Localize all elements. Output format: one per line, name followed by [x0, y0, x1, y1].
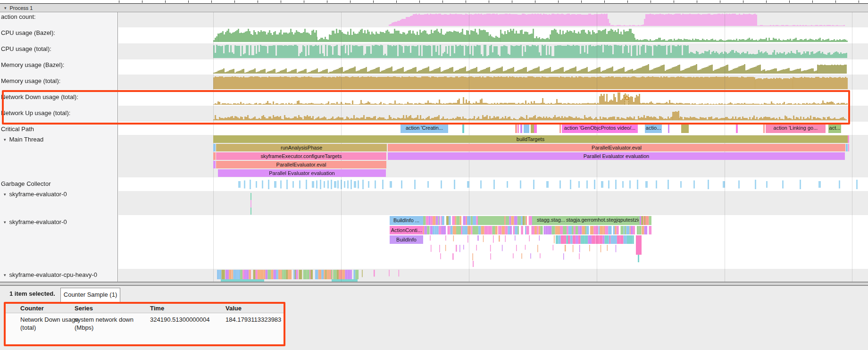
ruler-tick [489, 0, 489, 3]
track-label: skyframe-evaluator-0 [9, 191, 67, 198]
critical-path-slice[interactable]: actio... [645, 123, 662, 133]
trace-viewer: ▾Process 1 1 item selected. Counter Samp… [0, 0, 868, 350]
trace-slice[interactable] [848, 144, 849, 151]
ruler-tick [327, 0, 327, 3]
critical-path-slice[interactable] [763, 123, 765, 133]
track-label: action count: [1, 13, 36, 20]
trace-slice[interactable] [213, 161, 216, 168]
sidebar-item-garbage-collector[interactable]: Garbage Collector [1, 180, 51, 188]
trace-slice[interactable] [213, 152, 216, 160]
sidebar-item-memory-usage-total[interactable]: Memory usage (total): [1, 77, 60, 85]
selected-sample-marker-icon[interactable] [625, 96, 629, 100]
trace-slice[interactable]: buildTargets [213, 135, 848, 143]
ruler-tick [835, 0, 836, 3]
trace-slice[interactable]: ParallelEvaluator.eval [388, 144, 845, 151]
collapse-arrow-icon[interactable]: ▾ [4, 4, 7, 12]
trace-slice[interactable]: BuildInfo [390, 235, 423, 244]
ruler-tick [304, 0, 304, 3]
panel-splitter-handle[interactable] [0, 282, 868, 286]
selection-status-text: 1 item selected. [9, 290, 55, 297]
sidebar-item-main-thread[interactable]: ▾Main Thread [4, 136, 43, 143]
sidebar-item-memory-usage-bazel[interactable]: Memory usage (Bazel): [1, 61, 64, 69]
cell-time: 324190.51300000004 [150, 316, 210, 323]
collapse-arrow-icon[interactable]: ▾ [4, 136, 6, 143]
sidebar-item-skyframe-evaluator-0[interactable]: ▾skyframe-evaluator-0 [4, 191, 67, 198]
column-header-series: Series [75, 305, 93, 312]
ruler-tick [258, 0, 258, 3]
overlapping-slice-label: stagja.gerromhot.stegjqputestzigb.remot.… [566, 217, 639, 223]
ruler-tick [350, 0, 351, 3]
sidebar-item-network-down-usage-total[interactable]: Network Down usage (total): [1, 93, 78, 101]
track-label: Main Thread [9, 136, 44, 143]
collapse-arrow-icon[interactable]: ▾ [4, 191, 6, 198]
trace-slice[interactable] [846, 144, 848, 151]
critical-path-slice[interactable]: action 'Creatin... [401, 123, 448, 133]
trace-slice[interactable]: ActionConti... [390, 226, 423, 234]
table-header-divider [6, 313, 284, 313]
sidebar-item-skyframe-evaluator-0[interactable]: ▾skyframe-evaluator-0 [4, 218, 67, 226]
critical-path-slice[interactable] [681, 123, 689, 133]
cell-counter-line1: Network Down usage [20, 316, 79, 323]
critical-path-slice[interactable] [517, 123, 519, 133]
critical-path-slice[interactable] [524, 123, 529, 133]
collapse-arrow-icon[interactable]: ▾ [4, 218, 6, 226]
track-label: Garbage Collector [1, 180, 51, 187]
ruler-tick [812, 0, 813, 3]
ruler-tick [766, 0, 767, 3]
ruler-tick [234, 0, 235, 3]
critical-path-slice[interactable] [531, 123, 534, 133]
sidebar-item-skyframe-evaluator-cpu-heavy-0[interactable]: ▾skyframe-evaluator-cpu-heavy-0 [4, 271, 97, 279]
ruler-tick [789, 0, 790, 3]
critical-path-slice[interactable] [559, 123, 561, 133]
track-label: Memory usage (Bazel): [1, 61, 64, 68]
critical-path-slice[interactable]: act... [828, 123, 841, 133]
ruler-tick [859, 0, 859, 3]
critical-path-slice[interactable] [668, 123, 669, 133]
cell-series-line2: (Mbps) [75, 324, 93, 331]
ruler-tick [651, 0, 651, 3]
ruler-tick [535, 0, 535, 3]
critical-path-slice[interactable]: action 'GenObjcProtos video/... [562, 123, 638, 133]
column-header-value: Value [225, 305, 242, 312]
critical-path-slice[interactable]: action 'Linking go... [766, 123, 826, 133]
trace-slice[interactable]: Parallel Evaluator evaluation [218, 169, 386, 177]
tab-counter-sample[interactable]: Counter Sample (1) [60, 288, 120, 302]
ruler-tick [466, 0, 466, 3]
sidebar-item-critical-path[interactable]: Critical Path [1, 125, 34, 133]
ruler-tick [165, 0, 166, 3]
trace-slice[interactable]: skyframeExecutor.configureTargets [216, 152, 386, 160]
ruler-tick [119, 0, 119, 3]
sidebar-item-cpu-usage-bazel[interactable]: CPU usage (Bazel): [1, 29, 55, 37]
critical-path-slice[interactable] [520, 123, 522, 133]
sidebar-item-action-count[interactable]: action count: [1, 13, 36, 21]
trace-slice[interactable]: ParallelEvaluator.eval [216, 161, 386, 168]
critical-path-slice[interactable] [534, 123, 537, 133]
sidebar-item-cpu-usage-total[interactable]: CPU usage (total): [1, 45, 51, 53]
trace-slice[interactable] [848, 135, 849, 143]
track-label: skyframe-evaluator-0 [9, 218, 67, 225]
track-label: skyframe-evaluator-cpu-heavy-0 [9, 271, 97, 278]
process-title: Process 1 [10, 5, 33, 11]
ruler-tick [604, 0, 605, 3]
ruler-tick [674, 0, 674, 3]
ruler-tick [211, 0, 212, 3]
trace-slice[interactable]: BuildInfo ... [390, 216, 423, 225]
critical-path-slice[interactable] [736, 123, 738, 133]
critical-path-slice[interactable] [515, 123, 517, 133]
ruler-tick [512, 0, 512, 3]
process-header[interactable]: ▾Process 1 [0, 4, 868, 12]
track-label: Memory usage (total): [1, 77, 60, 84]
ruler-tick [720, 0, 720, 3]
sidebar-item-network-up-usage-total[interactable]: Network Up usage (total): [1, 109, 70, 117]
ruler-tick [442, 0, 443, 3]
trace-slice[interactable] [478, 216, 503, 225]
ruler-tick [581, 0, 582, 3]
track-label: Critical Path [1, 125, 34, 133]
trace-slice[interactable] [213, 144, 216, 151]
track-label: CPU usage (Bazel): [1, 29, 55, 36]
trace-slice[interactable]: runAnalysisPhase [216, 144, 387, 151]
track-label: Network Up usage (total): [1, 109, 70, 117]
trace-slice[interactable]: Parallel Evaluator evaluation [388, 152, 845, 160]
collapse-arrow-icon[interactable]: ▾ [4, 271, 6, 279]
critical-path-slice[interactable] [462, 123, 464, 133]
